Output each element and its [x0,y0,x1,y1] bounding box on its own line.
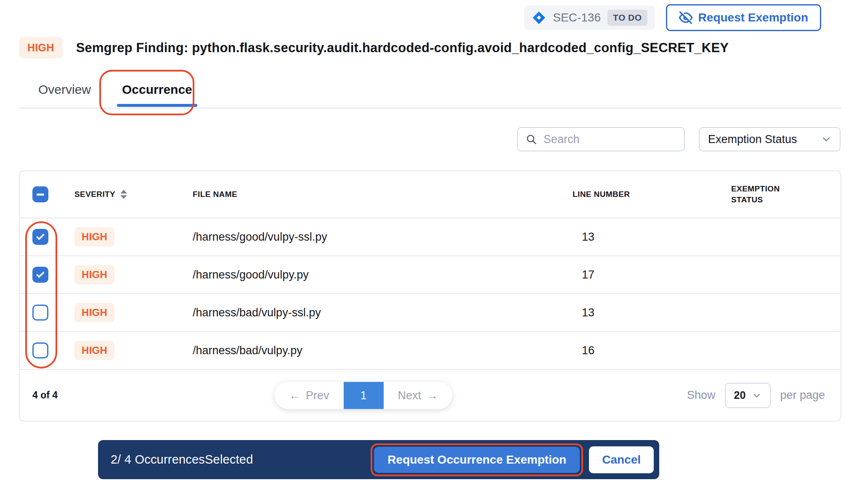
occurrences-table: SEVERITY FILE NAME LINE NUMBER EXEMPTION… [19,170,841,422]
per-page-label: per page [780,389,825,402]
indeterminate-minus-icon [37,194,44,196]
file-name-cell: /harness/bad/vulpy-ssl.py [193,306,573,319]
check-icon [35,231,46,242]
chevron-down-icon [752,391,761,400]
request-exemption-label: Request Exemption [698,11,808,24]
line-number-cell: 13 [573,231,731,244]
selection-summary: 2/ 4 OccurrencesSelected [111,453,253,467]
active-tab-underline [117,104,197,107]
tab-overview-label: Overview [38,82,91,96]
check-icon [35,269,46,280]
row-checkbox[interactable] [32,305,48,321]
request-exemption-button[interactable]: Request Exemption [666,4,821,31]
page-number-button[interactable]: 1 [344,382,384,409]
page-size-control: Show 20 per page [687,383,825,408]
tab-occurrence-label: Occurrence [122,82,192,96]
file-name-cell: /harness/good/vulpy.py [193,268,573,281]
exemption-status-dropdown[interactable]: Exemption Status [699,127,841,151]
prev-page-button[interactable]: ← Prev [275,382,344,409]
line-number-cell: 16 [573,344,731,357]
search-input[interactable] [544,133,676,146]
page: SEC-136 TO DO Request Exemption HIGH Sem… [0,0,854,504]
line-number-cell: 13 [573,306,731,319]
page-title: Semgrep Finding: python.flask.security.a… [76,40,729,56]
search-icon [525,133,537,145]
page-size-select[interactable]: 20 [725,383,771,408]
jira-icon [532,11,546,25]
column-header-file-name: FILE NAME [193,190,573,199]
row-severity-badge: HIGH [74,227,114,247]
severity-badge: HIGH [19,37,63,58]
file-name-cell: /harness/bad/vulpy.py [193,344,573,357]
pagination: ← Prev 1 Next → [275,382,452,409]
eye-off-icon [679,11,692,24]
table-row: HIGH /harness/good/vulpy.py 17 [20,256,841,294]
arrow-left-icon: ← [289,389,300,402]
row-severity-badge: HIGH [74,341,114,360]
chevron-down-icon [821,134,831,144]
header-actions: SEC-136 TO DO Request Exemption [524,4,821,31]
row-checkbox[interactable] [32,267,48,283]
table-row: HIGH /harness/bad/vulpy.py 16 [20,332,841,370]
jira-ticket-id: SEC-136 [553,11,601,24]
finding-header: HIGH Semgrep Finding: python.flask.secur… [19,37,729,58]
request-occurrence-exemption-button[interactable]: Request Occurrence Exemption [374,447,580,473]
row-severity-badge: HIGH [74,303,114,322]
search-box [517,127,685,151]
table-header-row: SEVERITY FILE NAME LINE NUMBER EXEMPTION… [20,171,841,218]
table-footer: 4 of 4 ← Prev 1 Next → Show 20 [20,370,841,421]
line-number-cell: 17 [573,268,731,281]
tab-bar: Overview Occurrence [38,82,192,107]
tabs-divider [19,108,841,109]
arrow-right-icon: → [427,389,438,402]
row-severity-badge: HIGH [74,265,114,284]
page-size-value: 20 [734,389,746,401]
selection-bar: 2/ 4 OccurrencesSelected Request Occurre… [98,440,659,479]
table-row: HIGH /harness/bad/vulpy-ssl.py 13 [20,294,841,332]
column-header-line-number: LINE NUMBER [573,190,731,199]
tab-occurrence[interactable]: Occurrence [122,82,192,107]
jira-status-chip: TO DO [607,10,647,26]
tab-overview[interactable]: Overview [38,82,91,107]
jira-ticket-badge[interactable]: SEC-136 TO DO [524,5,655,30]
cancel-button[interactable]: Cancel [589,446,654,473]
select-all-checkbox[interactable] [32,186,48,202]
selection-bar-actions: Request Occurrence Exemption Cancel [371,443,654,476]
annotation-request-button: Request Occurrence Exemption [371,443,583,476]
show-label: Show [687,389,716,402]
next-label: Next [398,389,422,402]
next-page-button[interactable]: Next → [384,382,453,409]
column-header-severity[interactable]: SEVERITY [74,190,193,199]
column-header-exemption-status: EXEMPTION STATUS [731,183,805,205]
prev-label: Prev [306,389,329,402]
row-count: 4 of 4 [32,390,58,401]
sort-icon[interactable] [120,190,127,199]
row-checkbox[interactable] [32,342,48,358]
file-name-cell: /harness/good/vulpy-ssl.py [193,231,573,244]
table-row: HIGH /harness/good/vulpy-ssl.py 13 [20,218,841,256]
exemption-status-dropdown-label: Exemption Status [708,133,797,146]
row-checkbox[interactable] [32,229,48,245]
